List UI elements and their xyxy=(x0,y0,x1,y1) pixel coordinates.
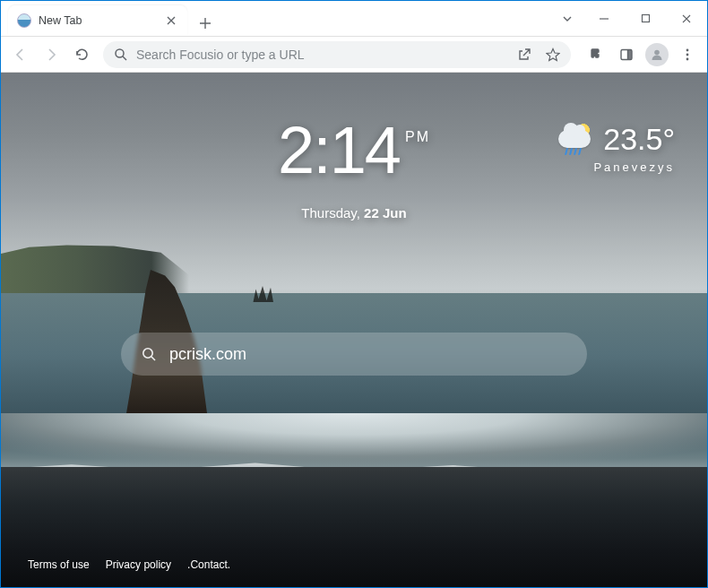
kebab-icon xyxy=(680,48,695,62)
arrow-left-icon xyxy=(13,47,29,63)
svg-point-8 xyxy=(143,349,152,358)
new-tab-page: 2:14 PM Thursday, 22 Jun 23.5° Panevezys… xyxy=(1,73,707,587)
clock-widget: 2:14 PM Thursday, 22 Jun xyxy=(278,117,430,220)
clock-ampm: PM xyxy=(405,130,430,144)
address-bar[interactable]: Search Focusio or type a URL xyxy=(103,41,571,68)
weather-rain-cloud-sun-icon xyxy=(557,119,596,159)
profile-button[interactable] xyxy=(643,40,671,69)
share-icon xyxy=(517,48,531,62)
address-bar-placeholder: Search Focusio or type a URL xyxy=(136,48,503,62)
menu-button[interactable] xyxy=(673,40,702,69)
footer-links: Terms of use Privacy policy .Contact. xyxy=(28,558,230,571)
window-close-button[interactable] xyxy=(666,1,707,37)
svg-rect-3 xyxy=(628,49,633,59)
panel-icon xyxy=(619,48,634,62)
maximize-button[interactable] xyxy=(625,1,666,37)
clock-day: Thursday, xyxy=(301,205,360,220)
tab-favicon xyxy=(17,13,31,28)
minimize-button[interactable] xyxy=(583,1,625,37)
tab-strip: New Tab xyxy=(1,1,551,36)
search-icon xyxy=(114,48,127,61)
sidepanel-button[interactable] xyxy=(612,40,641,69)
bookmark-button[interactable] xyxy=(546,48,560,62)
toolbar-actions xyxy=(578,40,702,69)
back-button[interactable] xyxy=(6,40,35,69)
svg-point-1 xyxy=(116,49,124,57)
extensions-button[interactable] xyxy=(582,40,610,69)
clock-time: 2:14 PM xyxy=(278,117,430,184)
tabs-dropdown-button[interactable] xyxy=(551,1,583,37)
page-search-bar[interactable]: pcrisk.com xyxy=(121,333,587,376)
share-button[interactable] xyxy=(517,48,531,62)
close-icon xyxy=(167,16,176,25)
contact-link[interactable]: .Contact. xyxy=(187,558,230,571)
plus-icon xyxy=(199,17,212,30)
maximize-icon xyxy=(641,13,651,23)
avatar-icon xyxy=(645,43,669,66)
puzzle-icon xyxy=(589,47,604,62)
new-tab-button[interactable] xyxy=(193,11,218,36)
search-input-value: pcrisk.com xyxy=(169,345,246,364)
window-controls xyxy=(583,1,707,36)
svg-point-7 xyxy=(686,57,689,60)
reload-icon xyxy=(74,47,90,62)
svg-rect-0 xyxy=(642,15,649,22)
clock-date-value: 22 Jun xyxy=(364,205,407,220)
weather-city: Panevezys xyxy=(557,160,675,174)
weather-widget[interactable]: 23.5° Panevezys xyxy=(557,119,675,174)
weather-row: 23.5° xyxy=(557,119,675,159)
clock-date: Thursday, 22 Jun xyxy=(278,205,430,220)
star-icon xyxy=(546,48,560,62)
reload-button[interactable] xyxy=(67,40,96,69)
tab-title: New Tab xyxy=(39,14,157,27)
clock-time-value: 2:14 xyxy=(278,117,400,184)
chevron-down-icon xyxy=(562,13,573,24)
browser-toolbar: Search Focusio or type a URL xyxy=(1,37,707,73)
minimize-icon xyxy=(599,13,609,24)
svg-point-6 xyxy=(686,53,689,56)
terms-link[interactable]: Terms of use xyxy=(28,558,90,571)
svg-point-4 xyxy=(654,49,660,55)
close-tab-button[interactable] xyxy=(164,13,178,28)
arrow-right-icon xyxy=(43,47,59,63)
close-icon xyxy=(681,13,692,24)
search-icon xyxy=(141,346,157,362)
window-titlebar: New Tab xyxy=(1,1,707,37)
privacy-link[interactable]: Privacy policy xyxy=(106,558,171,571)
forward-button[interactable] xyxy=(37,40,65,69)
svg-point-5 xyxy=(686,48,689,51)
browser-tab[interactable]: New Tab xyxy=(8,5,187,36)
weather-temperature: 23.5° xyxy=(603,122,675,157)
